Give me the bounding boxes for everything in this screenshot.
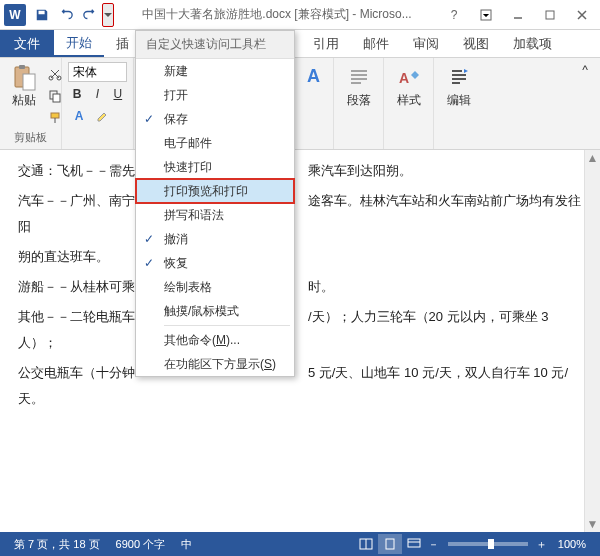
view-read-icon[interactable] bbox=[354, 534, 378, 554]
view-web-icon[interactable] bbox=[402, 534, 426, 554]
ribbon-options-icon[interactable] bbox=[472, 3, 500, 27]
tab-file[interactable]: 文件 bbox=[0, 30, 54, 57]
doc-text: 时。 bbox=[308, 279, 334, 294]
underline-button[interactable]: U bbox=[109, 84, 127, 104]
document-area[interactable]: 交通：飞机－－需先乘乘汽车到达阳朔。 汽车－－广州、南宁、途客车。桂林汽车站和火… bbox=[0, 150, 600, 532]
tab-review[interactable]: 审阅 bbox=[401, 30, 451, 57]
paragraph-label: 段落 bbox=[347, 92, 371, 109]
zoom-out-button[interactable]: － bbox=[426, 537, 442, 552]
editing-button[interactable]: 编辑 bbox=[438, 60, 480, 113]
qat-item-quickprint[interactable]: 快速打印 bbox=[136, 155, 294, 179]
svg-rect-1 bbox=[546, 11, 554, 19]
highlight-icon[interactable] bbox=[92, 106, 114, 126]
qat-item-save[interactable]: ✓保存 bbox=[136, 107, 294, 131]
word-app-icon: W bbox=[4, 4, 26, 26]
qat-item-more-commands[interactable]: 其他命令(M)... bbox=[136, 328, 294, 352]
doc-text: 乘汽车到达阳朔。 bbox=[308, 163, 412, 178]
qat-item-touchmode[interactable]: 触摸/鼠标模式 bbox=[136, 299, 294, 323]
svg-text:A: A bbox=[399, 70, 409, 86]
svg-rect-12 bbox=[386, 539, 394, 549]
svg-rect-8 bbox=[53, 94, 60, 102]
qat-item-print-preview[interactable]: 打印预览和打印 bbox=[136, 179, 294, 203]
status-bar: 第 7 页，共 18 页 6900 个字 中 － ＋ 100% bbox=[0, 532, 600, 556]
svg-rect-3 bbox=[19, 65, 25, 69]
styles-label: 样式 bbox=[397, 92, 421, 109]
qat-save-icon[interactable] bbox=[30, 3, 54, 27]
ribbon-tabs: 文件 开始 插 引用 邮件 审阅 视图 加载项 bbox=[0, 30, 600, 58]
editing-label: 编辑 bbox=[447, 92, 471, 109]
tab-references[interactable]: 引用 bbox=[301, 30, 351, 57]
doc-heading: 交通： bbox=[18, 163, 57, 178]
group-editing: 编辑 bbox=[434, 58, 484, 149]
check-icon: ✓ bbox=[144, 232, 154, 246]
group-clipboard: 粘贴 剪贴板 bbox=[0, 58, 62, 149]
vertical-scrollbar[interactable]: ▲ ▼ bbox=[584, 150, 600, 532]
qat-menu-header: 自定义快速访问工具栏 bbox=[136, 31, 294, 59]
title-bar: W 中国十大著名旅游胜地.docx [兼容模式] - Microso... ? bbox=[0, 0, 600, 30]
qat-redo-icon[interactable] bbox=[78, 3, 102, 27]
qat-item-spelling[interactable]: 拼写和语法 bbox=[136, 203, 294, 227]
doc-text: 公交电瓶车（十分钟一 bbox=[18, 365, 148, 380]
minimize-icon[interactable] bbox=[504, 3, 532, 27]
svg-rect-13 bbox=[408, 539, 420, 547]
qat-customize-dropdown[interactable] bbox=[102, 3, 114, 27]
qat-item-new[interactable]: 新建 bbox=[136, 59, 294, 83]
maximize-icon[interactable] bbox=[536, 3, 564, 27]
qat-undo-icon[interactable] bbox=[54, 3, 78, 27]
clipboard-group-label: 剪贴板 bbox=[4, 128, 57, 147]
tab-mailings[interactable]: 邮件 bbox=[351, 30, 401, 57]
scroll-down-icon[interactable]: ▼ bbox=[585, 516, 600, 532]
close-icon[interactable] bbox=[568, 3, 596, 27]
status-language[interactable]: 中 bbox=[173, 537, 200, 552]
bold-button[interactable]: B bbox=[68, 84, 86, 104]
group-font-style: A bbox=[294, 58, 334, 149]
qat-item-show-below[interactable]: 在功能区下方显示(S) bbox=[136, 352, 294, 376]
tab-view[interactable]: 视图 bbox=[451, 30, 501, 57]
zoom-percent[interactable]: 100% bbox=[550, 538, 594, 550]
tab-addins[interactable]: 加载项 bbox=[501, 30, 564, 57]
qat-item-undo[interactable]: ✓撤消 bbox=[136, 227, 294, 251]
italic-button[interactable]: I bbox=[88, 84, 106, 104]
tab-home[interactable]: 开始 bbox=[54, 30, 104, 57]
collapse-ribbon-icon[interactable]: ^ bbox=[574, 60, 596, 80]
qat-item-redo[interactable]: ✓恢复 bbox=[136, 251, 294, 275]
paste-label: 粘贴 bbox=[12, 92, 36, 109]
zoom-thumb[interactable] bbox=[488, 539, 494, 549]
doc-text: 汽车－－广州、南宁、 bbox=[18, 193, 148, 208]
group-paragraph: 段落 bbox=[334, 58, 384, 149]
qat-item-drawtable[interactable]: 绘制表格 bbox=[136, 275, 294, 299]
svg-rect-4 bbox=[23, 74, 35, 90]
doc-text: 游船－－从桂林可乘坐 bbox=[18, 279, 148, 294]
qat-customize-menu: 自定义快速访问工具栏 新建 打开 ✓保存 电子邮件 快速打印 打印预览和打印 拼… bbox=[135, 30, 295, 377]
font-style-icon[interactable]: A bbox=[307, 66, 320, 87]
qat-item-email[interactable]: 电子邮件 bbox=[136, 131, 294, 155]
menu-separator bbox=[164, 325, 290, 326]
status-wordcount[interactable]: 6900 个字 bbox=[108, 537, 174, 552]
zoom-slider[interactable] bbox=[448, 542, 528, 546]
check-icon: ✓ bbox=[144, 256, 154, 270]
help-icon[interactable]: ? bbox=[440, 3, 468, 27]
doc-text: 其他－－二轮电瓶车（ bbox=[18, 309, 148, 324]
check-icon: ✓ bbox=[144, 112, 154, 126]
text-effects-icon[interactable]: A bbox=[68, 106, 90, 126]
zoom-in-button[interactable]: ＋ bbox=[534, 537, 550, 552]
paste-button[interactable]: 粘贴 bbox=[4, 60, 44, 113]
window-title: 中国十大著名旅游胜地.docx [兼容模式] - Microso... bbox=[114, 6, 440, 23]
scroll-up-icon[interactable]: ▲ bbox=[585, 150, 600, 166]
window-controls: ? bbox=[440, 3, 600, 27]
status-page[interactable]: 第 7 页，共 18 页 bbox=[6, 537, 108, 552]
group-styles: A 样式 bbox=[384, 58, 434, 149]
svg-rect-9 bbox=[51, 113, 59, 118]
qat-item-open[interactable]: 打开 bbox=[136, 83, 294, 107]
styles-button[interactable]: A 样式 bbox=[388, 60, 429, 113]
view-print-icon[interactable] bbox=[378, 534, 402, 554]
group-font: 宋体 B I U A bbox=[62, 58, 134, 149]
font-name-combo[interactable]: 宋体 bbox=[68, 62, 127, 82]
paragraph-button[interactable]: 段落 bbox=[338, 60, 379, 113]
document-body[interactable]: 交通：飞机－－需先乘乘汽车到达阳朔。 汽车－－广州、南宁、途客车。桂林汽车站和火… bbox=[0, 150, 600, 424]
ribbon: 粘贴 剪贴板 宋体 B I U A bbox=[0, 58, 600, 150]
doc-text: 朔的直达班车。 bbox=[18, 249, 109, 264]
quick-access-toolbar: W bbox=[0, 0, 114, 29]
